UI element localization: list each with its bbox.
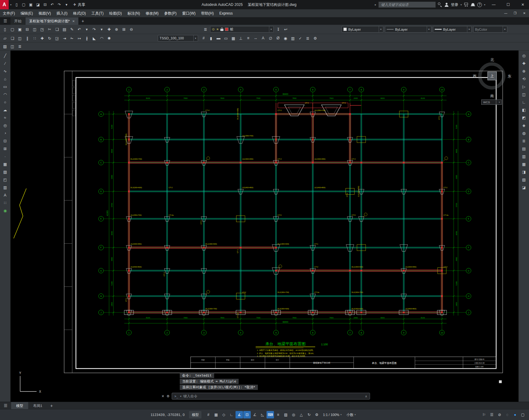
infer-constraints-icon[interactable]: ◇ (220, 411, 227, 418)
ortho-mode-icon[interactable]: ∟ (228, 411, 235, 418)
help-icon[interactable]: ? (477, 2, 482, 7)
menu-help[interactable]: 帮助(H) (198, 9, 217, 17)
redo-dropdown-icon[interactable]: ▾ (98, 26, 105, 33)
selection-cycling-icon[interactable]: ◎ (290, 411, 297, 418)
open-file-icon[interactable]: ▢ (20, 1, 27, 8)
tab-current-drawing[interactable]: 某框架地下室结构设计图*✕ (25, 17, 79, 25)
command-close-icon[interactable]: ✕ (161, 394, 164, 398)
properties-panel-icon[interactable]: ▤ (520, 145, 528, 153)
doc-close-button[interactable]: ✕ (520, 9, 529, 17)
compass-south-label[interactable]: 南 (474, 93, 510, 99)
notifications-icon[interactable] (471, 3, 475, 7)
command-recent-dropdown-icon[interactable]: ▾ (180, 395, 181, 398)
workspace-switching-icon[interactable]: ⚙ (313, 411, 320, 418)
layout-tab-model[interactable]: 模型 (11, 402, 28, 409)
stretch-icon[interactable]: ⇥ (61, 35, 68, 42)
dynamic-input-icon[interactable]: ⌨ (267, 411, 274, 418)
save-icon[interactable]: ▣ (16, 26, 24, 33)
units-button[interactable]: 小数 ▾ (344, 413, 358, 417)
tssd-grid-tool-icon[interactable]: # (200, 35, 207, 42)
tssd-dimension-tool-icon[interactable]: ↔ (252, 35, 259, 42)
extend-icon[interactable]: ↦ (76, 35, 83, 42)
break-icon[interactable]: ∦ (83, 35, 90, 42)
object-snap-tracking-icon[interactable]: ∠ (251, 411, 258, 418)
copy-icon[interactable]: ❏ (53, 26, 61, 33)
menu-format[interactable]: 格式(O) (70, 9, 89, 17)
navigation-compass[interactable]: 上 北 西 东 南 WCS ▾ (474, 57, 510, 106)
tssd-text-tool-icon[interactable]: A (259, 35, 267, 42)
command-customize-icon[interactable]: ⚙ (166, 394, 170, 398)
wcs-dropdown[interactable]: WCS ▾ (481, 99, 502, 105)
new-drawing-tab-button[interactable]: + (79, 17, 87, 25)
construction-line-tool-icon[interactable]: ∕ (1, 60, 10, 67)
chamfer-icon[interactable]: ◣ (90, 35, 98, 42)
insert-block-tool-icon[interactable]: ⊡ (1, 137, 10, 145)
chevron-down-icon[interactable]: ▾ (379, 26, 381, 32)
compass-north-label[interactable]: 北 (474, 57, 510, 63)
tssd-section-tool-icon[interactable]: Ø (274, 35, 282, 42)
tab-start[interactable]: 开始 (11, 17, 25, 25)
compass-east-label[interactable]: 东 (508, 74, 511, 79)
chevron-down-icon[interactable]: ▾ (503, 26, 505, 32)
visual-styles-icon[interactable]: ◪ (520, 183, 528, 191)
plot-preview-icon[interactable]: ◫ (31, 26, 38, 33)
move-icon[interactable]: ✚ (38, 35, 46, 42)
divide-tool-icon[interactable]: ∷ (1, 199, 10, 207)
publish-icon[interactable]: ◳ (38, 26, 46, 33)
viewcube-toggle-icon[interactable]: ◫ (520, 91, 528, 98)
zoom-realtime-icon[interactable]: ⊕ (113, 26, 120, 33)
snap-mode-icon[interactable]: ▦ (212, 411, 220, 418)
open-icon[interactable]: ▢ (9, 26, 16, 33)
tssd-wall-tool-icon[interactable]: ▭ (222, 35, 230, 42)
layer-freeze-icon[interactable]: ☀ (216, 28, 219, 31)
tssd-style-dropdown[interactable]: TSSD_100_100 ▾ (158, 35, 198, 42)
menu-tools[interactable]: 工具(T) (89, 9, 106, 17)
plot-icon[interactable]: ⊟ (24, 26, 31, 33)
spline-tool-icon[interactable]: ≈ (1, 114, 10, 122)
cart-icon[interactable] (464, 2, 469, 7)
clean-screen-icon[interactable]: ▢ (519, 411, 527, 418)
tssd-layer-tool-icon[interactable]: ≣ (304, 35, 311, 42)
line-tool-icon[interactable]: ╱ (1, 52, 10, 60)
tool-palettes-icon[interactable]: ▥ (520, 153, 528, 160)
revision-cloud-tool-icon[interactable]: ☁ (1, 106, 10, 114)
menu-edit[interactable]: 编辑(E) (18, 9, 36, 17)
graphics-performance-icon[interactable]: ● (511, 411, 519, 418)
menu-insert[interactable]: 插入(I) (54, 9, 70, 17)
command-input-field[interactable]: >_ ▾ ∧ (172, 393, 370, 400)
full-navigation-wheel-icon[interactable]: ◎ (520, 52, 528, 60)
help-dropdown-icon[interactable]: ▾ (484, 3, 485, 6)
doc-minimize-button[interactable]: — (501, 9, 510, 17)
view-front-icon[interactable]: ◧ (520, 106, 528, 114)
pan-hand-icon[interactable]: ✚ (520, 60, 528, 67)
ucs-toggle-icon[interactable]: ∟ (520, 98, 528, 106)
region-tool-icon[interactable]: ◰ (1, 176, 10, 183)
tssd-xref-icon[interactable]: ◫ (9, 43, 16, 50)
zoom-extents-icon[interactable]: ⊕ (520, 67, 528, 75)
menu-draw[interactable]: 绘图(D) (106, 9, 125, 17)
undo-icon[interactable]: ↶ (76, 26, 83, 33)
qnew-icon[interactable]: ▯ (1, 26, 9, 33)
menu-express[interactable]: Express (217, 9, 236, 17)
point-tool-icon[interactable]: ∙ (1, 153, 10, 160)
view-top-icon[interactable]: ◩ (520, 114, 528, 122)
search-input[interactable] (378, 2, 436, 8)
create-block-tool-icon[interactable]: ⊞ (1, 145, 10, 153)
menu-dimension[interactable]: 标注(N) (125, 9, 143, 17)
app-menu-dropdown-icon[interactable]: ▾ (10, 3, 11, 6)
tssd-stair-tool-icon[interactable]: ≡ (245, 35, 252, 42)
paste-icon[interactable]: ▤ (61, 26, 68, 33)
layer-previous-icon[interactable]: ↩ (282, 26, 289, 33)
trim-icon[interactable]: ✁ (68, 35, 76, 42)
tssd-manage-icon[interactable]: ≣ (16, 43, 24, 50)
tssd-foundation-tool-icon[interactable]: ⊥ (237, 35, 245, 42)
layer-properties-icon[interactable]: ≣ (202, 26, 209, 33)
layout-tab-layout1[interactable]: 布局1 (28, 402, 47, 409)
save-file-icon[interactable]: ▣ (27, 1, 34, 8)
save-as-icon[interactable]: ◪ (34, 1, 42, 8)
tssd-rebar-tool-icon[interactable]: ∅ (267, 35, 274, 42)
app-logo-button[interactable]: A (0, 0, 9, 9)
compass-top-face[interactable]: 上 (487, 72, 497, 80)
table-tool-icon[interactable]: ▥ (1, 183, 10, 191)
compass-west-label[interactable]: 西 (473, 74, 477, 79)
